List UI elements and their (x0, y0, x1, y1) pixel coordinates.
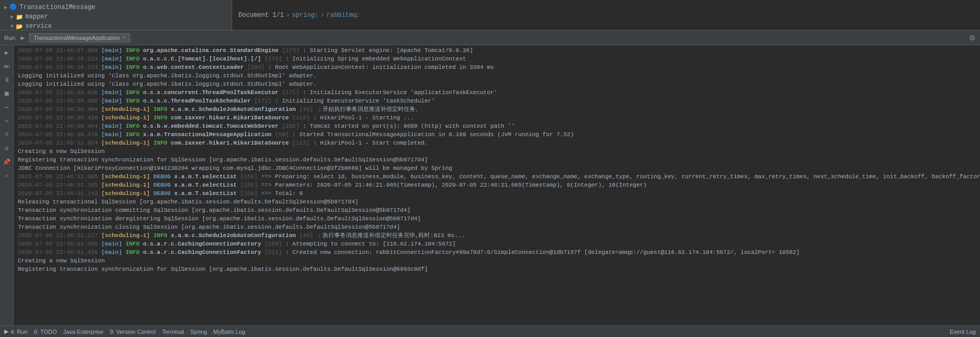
run-icon: ▶ (21, 34, 25, 42)
terminal-status[interactable]: Terminal (162, 329, 184, 335)
todo-label: 6: TODO (34, 329, 57, 335)
log-line: 2020-07-05 22:46:31.024 [scheduling-1] I… (14, 139, 980, 147)
event-log-label: Event Log (949, 329, 976, 335)
log-line: Logging initialized using 'class org.apa… (14, 80, 980, 88)
log-line: 2020-07-05 22:46:31.429 [main] INFO o.s.… (14, 248, 980, 257)
play-icon[interactable]: ▶ (2, 47, 12, 58)
log-line: Creating a new SqlSession (14, 147, 980, 156)
log-line: 2020-07-05 22:46:30.026 [main] INFO o.s.… (14, 88, 980, 97)
event-log-status[interactable]: Event Log (949, 329, 976, 335)
run-play-icon: ▶ (4, 328, 8, 335)
log-line: 2020-07-05 22:46:30.470 [main] INFO x.a.… (14, 130, 980, 139)
breadcrumb-rabbitmq[interactable]: rabbitmq: (326, 12, 361, 19)
run-tab-label: TransactionalMessageApplication (34, 35, 120, 41)
close-icon[interactable]: × (122, 35, 125, 40)
tree-item-mapper[interactable]: ▶ 📁 mapper (0, 12, 232, 22)
run-tab-bar: Run: ▶ TransactionalMessageApplication ×… (0, 30, 980, 45)
gear-button[interactable]: ⚙ (969, 34, 976, 42)
pause-icon[interactable]: ⏸ (2, 75, 12, 85)
log-line: 2020-07-05 22:46:31.085 [scheduling-1] D… (14, 172, 980, 181)
breadcrumb-doc: Document 1/1 (238, 12, 284, 19)
log-line: 2020-07-05 22:46:30.404 [scheduling-1] I… (14, 105, 980, 114)
java-enterprise-label: Java Enterprise (63, 329, 103, 335)
log-line: 2020-07-05 22:46:27.869 [main] INFO org.… (14, 46, 980, 55)
log-line: 2020-07-05 22:46:31.143 [scheduling-1] D… (14, 189, 980, 198)
status-bar: ▶ 4: Run 6: TODO Java Enterprise 9: Vers… (0, 325, 980, 337)
mybatis-status[interactable]: MyBatis Log (213, 329, 245, 335)
settings-icon[interactable]: ⚙ (2, 143, 12, 154)
run-tab[interactable]: TransactionalMessageApplication × (29, 33, 130, 43)
tree-label: TransactionalMessage (19, 4, 95, 11)
arrow-icon: ▶ (4, 4, 7, 11)
log-line: 2020-07-05 22:46:31.265 [main] INFO o.s.… (14, 240, 980, 248)
sep1: › (286, 12, 289, 19)
log-line: 2020-07-05 22:46:30.300 [main] INFO o.s.… (14, 97, 980, 105)
close-icon[interactable]: ✕ (2, 170, 12, 181)
tree-item-transactional[interactable]: ▶ 🔵 TransactionalMessage (0, 2, 232, 12)
tree-item-service[interactable]: ▼ 📂 service (0, 22, 232, 31)
mybatis-label: MyBatis Log (213, 329, 245, 335)
log-line: 2020-07-05 22:46:31.105 [scheduling-1] D… (14, 181, 980, 189)
top-area: ▶ 🔵 TransactionalMessage ▶ 📁 mapper ▼ 📂 … (0, 0, 980, 30)
file-icon: 🔵 (9, 3, 17, 11)
log-line: Releasing transactional SqlSession [org.… (14, 198, 980, 206)
stop-icon[interactable]: ⏹ (2, 88, 12, 99)
log-line: 2020-07-05 22:46:31.227 [scheduling-1] I… (14, 231, 980, 240)
rerun-icon[interactable]: ↩ (2, 102, 12, 113)
log-line: JDBC Connection [HikariProxyConnection@1… (14, 164, 980, 172)
log-line: 2020-07-05 22:46:28.223 [main] INFO o.s.… (14, 63, 980, 72)
filter-icon[interactable]: ≡ (2, 129, 12, 140)
sep2: › (321, 12, 324, 19)
version-control-label: 9: Version Control (109, 329, 155, 335)
log-line: Transaction synchronization committing S… (14, 206, 980, 215)
breadcrumb-bar: Document 1/1 › spring: › rabbitmq: (232, 0, 980, 30)
log-line: 2020-07-05 22:46:30.420 [scheduling-1] I… (14, 114, 980, 122)
log-line: 2020-07-05 22:46:30.454 [main] INFO o.s.… (14, 122, 980, 130)
scroll-end-icon[interactable]: ↪ (2, 116, 12, 126)
run-status-label: 4: Run (11, 329, 27, 335)
tree-label: mapper (25, 13, 48, 21)
java-enterprise-status[interactable]: Java Enterprise (63, 329, 103, 335)
breadcrumb-spring[interactable]: spring: (292, 12, 318, 19)
folder-icon: 📂 (16, 23, 23, 30)
todo-status[interactable]: 6: TODO (34, 329, 57, 335)
tree-label: service (25, 23, 52, 30)
log-line: Registering transaction synchronization … (14, 156, 980, 164)
log-line: Transaction synchronization closing SqlS… (14, 223, 980, 231)
spring-status[interactable]: Spring (190, 329, 207, 335)
version-control-status[interactable]: 9: Version Control (109, 329, 155, 335)
log-line: 2020-07-05 22:46:28.223 [main] INFO o.a.… (14, 55, 980, 63)
log-line: Creating a new SqlSession (14, 257, 980, 265)
terminal-label: Terminal (162, 329, 184, 335)
step-over-icon[interactable]: ⏭ (2, 61, 12, 72)
log-line: Transaction synchronization deregisterin… (14, 215, 980, 223)
log-line: Registering transaction synchronization … (14, 265, 980, 273)
pin-icon[interactable]: 📌 (2, 157, 12, 167)
left-sidebar: ▶ ⏭ ⏸ ⏹ ↩ ↪ ≡ ⚙ 📌 ✕ (0, 45, 14, 325)
log-line: Logging initialized using 'class org.apa… (14, 72, 980, 80)
spring-label: Spring (190, 329, 207, 335)
arrow-icon: ▶ (11, 14, 14, 20)
file-tree: ▶ 🔵 TransactionalMessage ▶ 📁 mapper ▼ 📂 … (0, 0, 232, 30)
folder-icon: 📁 (16, 14, 23, 21)
main-area: ▶ ⏭ ⏸ ⏹ ↩ ↪ ≡ ⚙ 📌 ✕ 2020-07-05 22:46:27.… (0, 45, 980, 325)
log-panel[interactable]: 2020-07-05 22:46:27.869 [main] INFO org.… (14, 45, 980, 325)
run-status[interactable]: ▶ 4: Run (4, 328, 27, 335)
arrow-icon: ▼ (11, 24, 14, 29)
run-label: Run: (4, 35, 16, 41)
